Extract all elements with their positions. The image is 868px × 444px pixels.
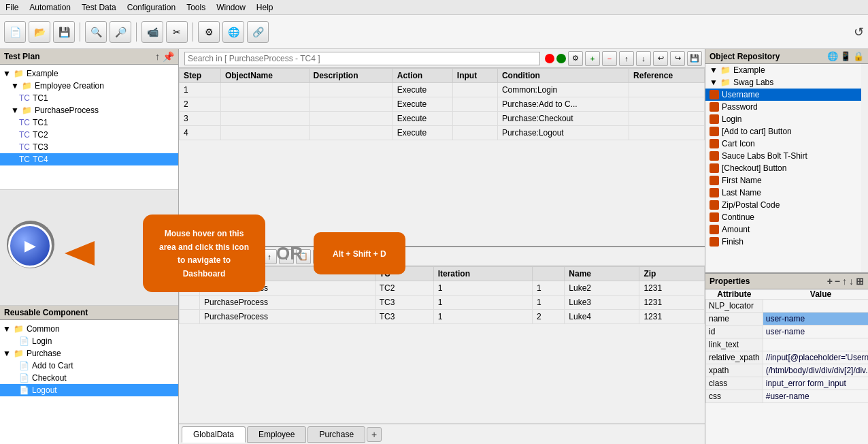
menu-file[interactable]: File <box>0 1 24 14</box>
run-button[interactable] <box>556 54 566 63</box>
prop-value[interactable] <box>763 300 868 313</box>
run-options-button[interactable]: ⚙ <box>568 51 583 66</box>
repo-swaglabs[interactable]: ▼ 📁 Swag Labs <box>705 76 861 89</box>
nav-sphere[interactable]: ▶ <box>8 224 52 268</box>
test-plan-pin-icon[interactable]: 📌 <box>163 51 174 62</box>
tree-pp-tc2[interactable]: TC TC2 <box>0 129 178 141</box>
repo-amount[interactable]: Amount <box>705 223 861 236</box>
table-row[interactable]: PurchaseProcess TC3 1 2 Luke4 1231 <box>180 310 705 324</box>
tree-purchase-folder[interactable]: ▼ 📁 Purchase <box>0 347 178 360</box>
repo-checkout-btn[interactable]: [Checkout] Button <box>705 162 861 174</box>
props-up-icon[interactable]: ↑ <box>842 276 847 287</box>
tree-example[interactable]: ▼ 📁 Example <box>0 67 178 80</box>
repo-continue[interactable]: Continue <box>705 211 861 223</box>
tree-add-to-cart[interactable]: 📄 Add to Cart <box>0 360 178 372</box>
repo-addtocart[interactable]: [Add to cart] Button <box>705 125 861 138</box>
prop-value[interactable]: //input[@placeholder='Usern... <box>763 351 868 364</box>
globe-button[interactable]: 🌐 <box>222 21 244 43</box>
prop-value[interactable]: #user-name <box>763 390 868 403</box>
list-item[interactable]: class input_error form_input <box>706 377 869 390</box>
list-item[interactable]: relative_xpath //input[@placeholder='Use… <box>706 351 869 364</box>
repo-login[interactable]: Login <box>705 113 861 125</box>
menu-tools[interactable]: Tools <box>181 1 211 14</box>
repo-username[interactable]: Username <box>705 89 861 101</box>
menu-help[interactable]: Help <box>251 1 279 14</box>
menu-configuration[interactable]: Configuration <box>122 1 181 14</box>
menu-window[interactable]: Window <box>211 1 251 14</box>
tab-globaldata[interactable]: GlobalData <box>182 426 246 443</box>
repo-example[interactable]: ▼ 📁 Example <box>705 64 861 76</box>
tree-pp-tc1[interactable]: TC TC1 <box>0 116 178 129</box>
tree-pp-tc3[interactable]: TC TC3 <box>0 141 178 153</box>
tree-logout[interactable]: 📄 Logout <box>0 384 178 396</box>
undo-button[interactable]: ↩ <box>653 51 668 66</box>
tab-add-button[interactable]: + <box>367 427 382 442</box>
bottom-globe-button[interactable]: 🌐 <box>211 249 226 264</box>
save-button[interactable]: 💾 <box>53 21 75 43</box>
tab-purchase[interactable]: Purchase <box>307 426 365 443</box>
list-item[interactable]: NLP_locator <box>706 300 869 313</box>
replace-button[interactable]: 🔎 <box>110 21 131 43</box>
test-plan-up-icon[interactable]: ↑ <box>155 51 160 62</box>
move-up-button[interactable]: ↑ <box>619 51 634 66</box>
prop-value[interactable]: user-name <box>763 313 868 326</box>
tree-employee-tc1[interactable]: TC TC1 <box>0 92 178 104</box>
refresh-icon[interactable]: ↺ <box>854 25 864 39</box>
tree-checkout[interactable]: 📄 Checkout <box>0 372 178 384</box>
list-item[interactable]: id user-name <box>706 326 869 338</box>
props-down-icon[interactable]: ↓ <box>849 276 854 287</box>
list-item[interactable]: link_text <box>706 338 869 351</box>
list-item[interactable]: css #user-name <box>706 390 869 403</box>
redo-button[interactable]: ↪ <box>670 51 685 66</box>
bottom-redo-button[interactable]: ↪ <box>330 249 345 264</box>
list-item[interactable]: xpath (/html/body/div/div/div[2]/div... <box>706 364 869 377</box>
bottom-up-button[interactable]: ↑ <box>262 249 277 264</box>
search-input[interactable] <box>184 52 540 65</box>
stop-button[interactable] <box>545 54 554 63</box>
move-down-button[interactable]: ↓ <box>636 51 651 66</box>
bottom-down-button[interactable]: ↓ <box>279 249 294 264</box>
repo-icon3[interactable]: 🔒 <box>853 51 864 61</box>
tree-pp-tc4[interactable]: TC TC4 <box>0 153 178 165</box>
prop-value[interactable]: input_error form_input <box>763 377 868 390</box>
list-item[interactable]: name user-name <box>706 313 869 326</box>
add-row-button[interactable]: + <box>585 51 600 66</box>
menu-testdata[interactable]: Test Data <box>76 1 122 14</box>
repo-bolt-tshirt[interactable]: Sauce Labs Bolt T-Shirt <box>705 150 861 162</box>
repo-icon1[interactable]: 🌐 <box>827 51 838 61</box>
tab-employee[interactable]: Employee <box>247 426 306 443</box>
save-tc-button[interactable]: 💾 <box>687 51 702 66</box>
props-delete-icon[interactable]: − <box>835 276 840 287</box>
table-row[interactable]: PurchaseProcess TC2 1 1 Luke2 1231 <box>180 281 705 296</box>
props-expand-icon[interactable]: ⊞ <box>856 276 864 287</box>
open-button[interactable]: 📂 <box>29 21 50 43</box>
menu-automation[interactable]: Automation <box>24 1 76 14</box>
bottom-add-button[interactable]: + <box>228 249 243 264</box>
crop-button[interactable]: ✂ <box>166 21 188 43</box>
repo-cart-icon[interactable]: Cart Icon <box>705 138 861 150</box>
repo-firstname[interactable]: First Name <box>705 174 861 187</box>
repo-icon2[interactable]: 📱 <box>840 51 851 61</box>
repo-lastname[interactable]: Last Name <box>705 187 861 199</box>
repo-finish[interactable]: Finish <box>705 236 861 248</box>
table-row[interactable]: 2 Execute Purchase:Add to C... <box>180 97 705 112</box>
tree-common[interactable]: ▼ 📁 Common <box>0 323 178 335</box>
bottom-save-button[interactable]: 💾 <box>347 249 362 264</box>
new-button[interactable]: 📄 <box>4 21 26 43</box>
delete-row-button[interactable]: − <box>602 51 617 66</box>
table-row[interactable]: PurchaseProcess TC3 1 1 Luke3 1231 <box>180 296 705 310</box>
settings-button[interactable]: ⚙ <box>198 21 220 43</box>
tree-employee-creation[interactable]: ▼ 📁 Employee Creation <box>0 80 178 92</box>
repo-password[interactable]: Password <box>705 101 861 113</box>
table-row[interactable]: 3 Execute Purchase:Checkout <box>180 112 705 126</box>
bottom-undo-button[interactable]: ↩ <box>313 249 328 264</box>
prop-value[interactable]: user-name <box>763 326 868 338</box>
repo-zip[interactable]: Zip/Postal Code <box>705 199 861 211</box>
prop-value[interactable] <box>763 338 868 351</box>
props-add-icon[interactable]: + <box>827 276 833 287</box>
repo-scrollbar[interactable] <box>861 64 868 272</box>
find-button[interactable]: 🔍 <box>85 21 107 43</box>
bottom-delete-button[interactable]: − <box>245 249 260 264</box>
prop-value[interactable]: (/html/body/div/div/div[2]/div... <box>763 364 868 377</box>
link-button[interactable]: 🔗 <box>247 21 269 43</box>
